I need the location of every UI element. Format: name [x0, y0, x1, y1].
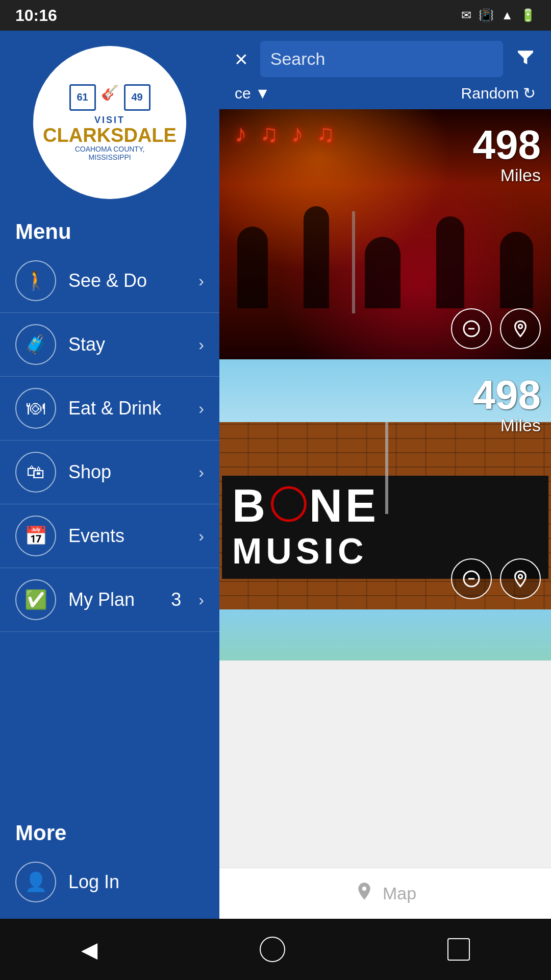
- status-time: 10:16: [15, 6, 57, 25]
- card-2-remove-button[interactable]: [451, 558, 492, 599]
- mic-stand: [352, 211, 355, 313]
- status-bar: 10:16 ✉ 📳 ▲ 🔋: [0, 0, 551, 31]
- events-icon-circle: 📅: [15, 516, 56, 556]
- sidebar-item-login[interactable]: 👤 Log In: [0, 850, 219, 914]
- svg-point-5: [518, 575, 522, 579]
- map-bar-label: Map: [383, 884, 416, 903]
- vibrate-icon: 📳: [479, 8, 494, 22]
- battery-icon: 🔋: [520, 8, 536, 22]
- recent-apps-button[interactable]: [427, 933, 490, 966]
- category-filter-dropdown[interactable]: ce ▼: [235, 85, 270, 102]
- sidebar-item-my-plan[interactable]: ✅ My Plan 3 ›: [0, 568, 219, 632]
- silhouette: [304, 206, 329, 308]
- login-label: Log In: [68, 871, 204, 893]
- card-2-miles-number: 498: [473, 375, 541, 415]
- my-plan-chevron-icon: ›: [198, 591, 204, 609]
- route-49-badge: 49: [124, 84, 151, 111]
- calendar-icon: 📅: [24, 525, 47, 547]
- filter-row: ce ▼ Random ↻: [230, 84, 541, 109]
- more-section: More 👤 Log In: [0, 811, 219, 919]
- search-input-box[interactable]: Search: [260, 41, 503, 77]
- random-label: Random: [461, 85, 519, 102]
- logo-city-text: CLARKSDALE: [43, 126, 177, 145]
- filter-category-text: ce: [235, 85, 251, 102]
- sidebar-item-eat-drink[interactable]: 🍽 Eat & Drink ›: [0, 377, 219, 440]
- main-layout: 61 🎸 49 VISIT CLARKSDALE COAHOMA COUNTY,…: [0, 31, 551, 949]
- silhouette: [436, 216, 464, 308]
- recent-apps-square-icon: [447, 938, 470, 961]
- filter-chevron-down-icon: ▼: [255, 85, 270, 102]
- silhouette: [237, 227, 268, 308]
- events-label: Events: [68, 525, 186, 547]
- shop-label: Shop: [68, 461, 186, 483]
- app-logo: 61 🎸 49 VISIT CLARKSDALE COAHOMA COUNTY,…: [33, 46, 186, 199]
- random-button[interactable]: Random ↻: [461, 84, 536, 102]
- silhouette: [500, 232, 533, 308]
- see-do-label: See & Do: [68, 270, 186, 291]
- see-do-chevron-icon: ›: [198, 272, 204, 290]
- card-1-miles-number: 498: [473, 125, 541, 165]
- route-61-badge: 61: [69, 84, 96, 111]
- venue-card-3-partial: [219, 609, 551, 660]
- person-circle-icon: 👤: [24, 871, 47, 893]
- shop-chevron-icon: ›: [198, 463, 204, 482]
- card-1-location-button[interactable]: [500, 308, 541, 349]
- more-heading: More: [0, 811, 219, 850]
- guitar-icon: 🎸: [101, 84, 119, 111]
- luggage-icon: 🧳: [24, 334, 47, 355]
- eat-drink-chevron-icon: ›: [198, 399, 204, 418]
- stay-label: Stay: [68, 334, 186, 355]
- login-icon-circle: 👤: [15, 862, 56, 902]
- sidebar-item-events[interactable]: 📅 Events ›: [0, 504, 219, 568]
- logo-sub-text: COAHOMA COUNTY,MISSISSIPPI: [43, 145, 177, 161]
- food-dome-icon: 🍽: [27, 398, 45, 419]
- sidebar-item-shop[interactable]: 🛍 Shop ›: [0, 440, 219, 504]
- svg-point-6: [362, 887, 366, 891]
- card-1-actions: [451, 308, 541, 349]
- card-3-partial-image: [219, 609, 551, 660]
- silhouette: [365, 237, 400, 308]
- card-2-miles-label: Miles: [473, 415, 541, 435]
- o-circle-icon: [271, 486, 307, 522]
- audience-silhouettes: [219, 206, 551, 308]
- see-do-icon-circle: 🚶: [15, 260, 56, 301]
- card-2-location-button[interactable]: [500, 558, 541, 599]
- map-bar[interactable]: Map: [219, 868, 551, 919]
- eat-drink-icon-circle: 🍽: [15, 388, 56, 429]
- my-plan-label: My Plan: [68, 589, 159, 610]
- store-sign-o: [268, 483, 309, 529]
- sidebar-item-stay[interactable]: 🧳 Stay ›: [0, 313, 219, 377]
- card-2-miles-badge: 498 Miles: [473, 375, 541, 435]
- events-chevron-icon: ›: [198, 527, 204, 546]
- email-icon: ✉: [461, 8, 471, 22]
- content-area: ♪ ♫ ♪ ♫ 498 Miles: [219, 109, 551, 919]
- home-button[interactable]: [239, 932, 306, 967]
- card-1-miles-label: Miles: [473, 165, 541, 185]
- my-plan-badge: 3: [171, 589, 181, 610]
- filter-button[interactable]: [510, 44, 541, 74]
- home-circle-icon: [260, 937, 285, 962]
- checkmark-circle-icon: ✅: [24, 589, 47, 610]
- search-header: × Search ce ▼ Random ↻: [219, 31, 551, 109]
- menu-heading: Menu: [0, 209, 219, 249]
- search-row: × Search: [230, 41, 541, 77]
- svg-point-2: [518, 325, 522, 329]
- stay-chevron-icon: ›: [198, 335, 204, 354]
- status-icons: ✉ 📳 ▲ 🔋: [461, 8, 536, 22]
- back-button[interactable]: ◀: [61, 932, 118, 967]
- map-pin-icon: [354, 881, 374, 906]
- search-placeholder-text: Search: [270, 49, 325, 69]
- back-icon: ◀: [81, 937, 97, 962]
- logo-visit-text: VISIT: [43, 115, 177, 126]
- shopping-bag-icon: 🛍: [27, 461, 45, 483]
- card-2-actions: [451, 558, 541, 599]
- sidebar-item-see-do[interactable]: 🚶 See & Do ›: [0, 249, 219, 313]
- shop-icon-circle: 🛍: [15, 452, 56, 493]
- venue-card-1: ♪ ♫ ♪ ♫ 498 Miles: [219, 109, 551, 359]
- my-plan-icon-circle: ✅: [15, 579, 56, 620]
- refresh-icon: ↻: [523, 84, 536, 102]
- flag-pole: [385, 422, 388, 514]
- close-button[interactable]: ×: [230, 44, 253, 74]
- card-1-remove-button[interactable]: [451, 308, 492, 349]
- menu-items: 🚶 See & Do › 🧳 Stay › 🍽 Eat & Drink ›: [0, 249, 219, 811]
